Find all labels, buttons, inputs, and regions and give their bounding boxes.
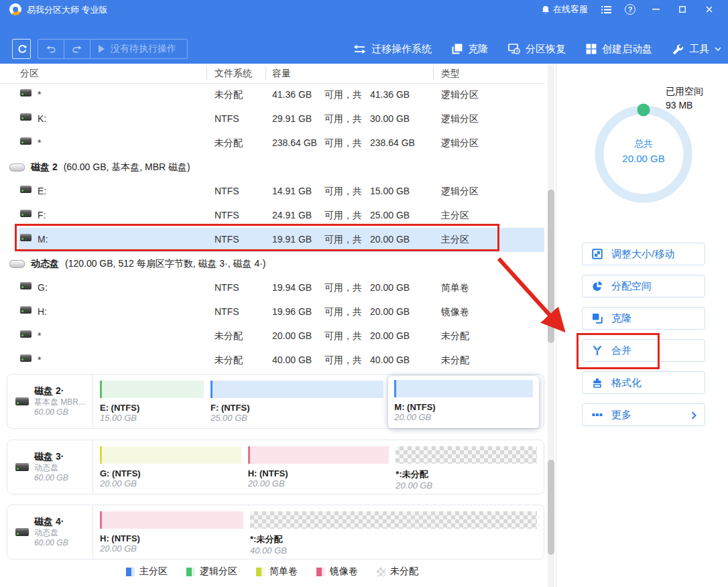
clone-button[interactable]: 克隆 — [582, 307, 705, 330]
partition-icon — [20, 306, 32, 314]
col-header-filesystem: 文件系统 — [215, 68, 252, 80]
nav-tools[interactable]: 工具 — [672, 43, 721, 56]
bootable-media-icon — [586, 44, 597, 54]
window-title: 易我分区大师 专业版 — [27, 4, 108, 16]
legend-swatch — [126, 568, 135, 576]
unallocated-segment[interactable]: *:未分配 40.00 GB — [250, 511, 537, 559]
nav-clone[interactable]: 克隆 — [452, 43, 488, 56]
partition-master-window: 易我分区大师 专业版 在线客服 ? — [0, 0, 728, 587]
disk-info[interactable]: 磁盘 3· 动态盘 60.00 GB — [7, 440, 93, 494]
operation-list-button[interactable] — [595, 0, 618, 19]
table-row[interactable]: * 未分配 238.64 GB可用，共238.64 GB 逻辑分区 — [0, 131, 544, 155]
bell-icon — [542, 5, 550, 14]
toolbar: 没有待执行操作 迁移操作系统 克隆 — [0, 19, 728, 64]
col-header-partition: 分区 — [20, 68, 39, 80]
minimize-button[interactable] — [642, 0, 669, 19]
chevron-down-icon — [715, 47, 721, 52]
legend-mirror: 镜像卷 — [316, 566, 358, 578]
resize-move-button[interactable]: 调整大小/移动 — [582, 243, 705, 265]
maximize-button[interactable] — [669, 0, 696, 19]
disk-group-row[interactable]: 动态盘 (120.00 GB, 512 每扇区字节数, 磁盘 3·, 磁盘 4·… — [0, 252, 544, 276]
online-service-label: 在线客服 — [553, 3, 588, 15]
format-button[interactable]: 格式化 — [582, 371, 705, 394]
disk-icon — [9, 260, 25, 268]
table-row[interactable]: H: NTFS 19.96 GB可用，共20.00 GB 镜像卷 — [0, 300, 544, 324]
format-icon — [592, 378, 603, 388]
table-row[interactable]: G: NTFS 19.94 GB可用，共20.00 GB 简单卷 — [0, 276, 544, 300]
sidebar-divider — [556, 64, 556, 587]
allocate-space-button[interactable]: 分配空间 — [582, 275, 705, 298]
partition-icon — [20, 234, 32, 241]
table-row[interactable]: * 未分配 40.00 GB可用，共40.00 GB 未分配 — [0, 348, 544, 373]
table-row[interactable]: * 未分配 20.00 GB可用，共20.00 GB 未分配 — [0, 324, 544, 348]
partition-segment[interactable]: H: (NTFS) 20.00 GB — [248, 446, 389, 494]
unallocated-segment[interactable]: *:未分配 20.00 GB — [396, 446, 537, 494]
disk-icon — [9, 164, 25, 172]
disk-icon — [15, 528, 29, 536]
table-row-selected[interactable]: M: NTFS 19.91 GB可用，共20.00 GB 主分区 — [0, 228, 544, 252]
disk-info[interactable]: 磁盘 2· 基本盘 MBR... 60.00 GB — [7, 375, 93, 428]
table-row[interactable]: * 未分配 41.36 GB可用，共41.36 GB 逻辑分区 — [0, 83, 544, 107]
disk-group-row[interactable]: 磁盘 2 (60.00 GB, 基本盘, MBR 磁盘) — [0, 155, 544, 180]
maximize-icon — [679, 6, 686, 13]
table-header: 分区 文件系统 容量 类型 — [0, 64, 544, 84]
partition-icon — [20, 89, 32, 96]
titlebar: 易我分区大师 专业版 在线客服 ? — [0, 0, 728, 19]
col-header-type: 类型 — [441, 68, 460, 80]
help-icon: ? — [625, 4, 635, 15]
donut-center-label: 总共 20.00 GB — [590, 138, 697, 164]
redo-button[interactable] — [64, 40, 90, 58]
col-header-capacity: 容量 — [272, 68, 291, 80]
undo-button[interactable] — [38, 40, 64, 58]
partition-segment[interactable]: F: (NTFS) 25.00 GB — [210, 381, 383, 428]
partition-icon — [20, 113, 32, 121]
clone-icon — [592, 313, 603, 324]
partition-recovery-icon — [508, 44, 520, 54]
allocate-space-icon — [592, 281, 603, 291]
refresh-button[interactable] — [12, 39, 31, 59]
close-button[interactable] — [696, 0, 723, 19]
nav-bootable-media[interactable]: 创建启动盘 — [586, 43, 652, 56]
table-row[interactable]: E: NTFS 14.91 GB可用，共15.00 GB 逻辑分区 — [0, 180, 544, 204]
pending-operations-label: 没有待执行操作 — [111, 43, 176, 55]
partition-icon — [20, 137, 32, 145]
apply-pending-button[interactable]: 没有待执行操作 — [90, 43, 187, 55]
nav-migrate-os[interactable]: 迁移操作系统 — [353, 43, 432, 56]
list-icon — [601, 6, 611, 13]
migrate-os-icon — [353, 44, 366, 54]
used-space-dot — [638, 104, 650, 117]
partition-icon — [20, 354, 32, 362]
table-scrollbar-thumb[interactable] — [548, 190, 554, 343]
close-icon — [706, 6, 713, 13]
merge-button[interactable]: 合并 — [582, 339, 705, 362]
table-row[interactable]: F: NTFS 24.91 GB可用，共25.00 GB 主分区 — [0, 204, 544, 228]
disk-panel-2: 磁盘 2· 基本盘 MBR... 60.00 GB E: (NTFS) 15.0… — [7, 374, 544, 429]
more-icon — [592, 409, 603, 420]
legend-simple: 简单卷 — [256, 566, 298, 578]
disk-info[interactable]: 磁盘 4· 动态盘 60.00 GB — [7, 505, 93, 559]
online-service-button[interactable]: 在线客服 — [535, 0, 595, 19]
table-row[interactable]: K: NTFS 29.91 GB可用，共30.00 GB 逻辑分区 — [0, 107, 544, 131]
partition-icon — [20, 282, 32, 289]
more-button[interactable]: 更多 — [582, 403, 705, 426]
partition-segment[interactable]: G: (NTFS) 20.00 GB — [100, 446, 241, 494]
app-logo-icon — [9, 3, 21, 15]
partition-segment-selected[interactable]: M: (NTFS) 20.00 GB — [388, 376, 539, 428]
panels-scrollbar-thumb[interactable] — [548, 460, 554, 555]
partition-segment[interactable]: H: (NTFS) 20.00 GB — [100, 511, 243, 559]
minimize-icon — [652, 9, 660, 10]
partition-segment[interactable]: E: (NTFS) 15.00 GB — [100, 381, 204, 428]
undo-icon — [46, 45, 56, 54]
disk-icon — [15, 397, 29, 405]
play-icon — [99, 45, 105, 53]
disk-panel-4: 磁盘 4· 动态盘 60.00 GB H: (NTFS) 20.00 GB *:… — [7, 505, 544, 560]
pending-operations-group: 没有待执行操作 — [38, 39, 188, 59]
help-button[interactable]: ? — [618, 0, 642, 19]
merge-icon — [592, 345, 603, 356]
legend-swatch — [256, 568, 265, 576]
nav-partition-recovery[interactable]: 分区恢复 — [508, 43, 566, 56]
redo-icon — [72, 45, 82, 54]
partition-icon — [20, 186, 32, 193]
clone-icon — [452, 44, 463, 54]
disk-panel-3: 磁盘 3· 动态盘 60.00 GB G: (NTFS) 20.00 GB H:… — [7, 440, 544, 495]
